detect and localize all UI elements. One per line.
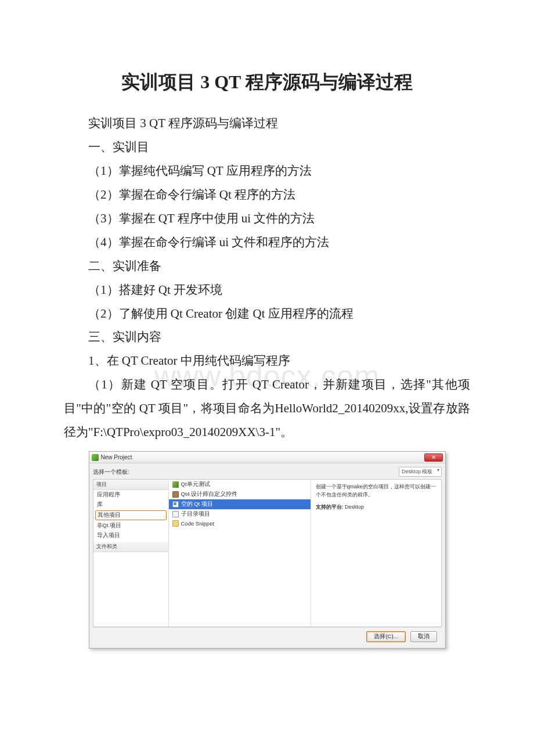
section2-item-2: （2）了解使用 Qt Creator 创建 Qt 应用程序的流程 [64,302,470,326]
template-icon [172,501,179,507]
section1-item-4: （4）掌握在命令行编译 ui 文件和程序的方法 [64,231,470,254]
folder-icon [172,520,179,527]
section2-heading: 二、实训准备 [64,254,470,278]
template-item-empty-qt[interactable]: 空的 Qt 项目 [169,499,311,509]
category-footer: 文件和类 [93,542,168,552]
template-list: Qt单元测试 Qt4 设计师自定义控件 空的 Qt 项目 子目录项目 [169,480,311,627]
template-filter-dropdown[interactable]: Desktop 模板 [399,467,442,477]
template-label: 选择一个模板: [93,468,129,476]
close-icon[interactable]: ✕ [424,453,443,462]
template-item-snippet[interactable]: Code Snippet [169,519,311,528]
page-title: 实训项目 3 QT 程序源码与编译过程 [64,70,470,95]
section1-heading: 一、实训目 [64,135,470,159]
section1-item-3: （3）掌握在 QT 程序中使用 ui 文件的方法 [64,207,470,231]
template-icon [172,491,179,498]
template-description-panel: 创建一个基于qmake的空白项目，这样您可以创建一个不包含任何类的程序。 支持的… [311,480,441,627]
template-icon [172,481,179,488]
category-item-other[interactable]: 其他项目 [95,510,167,520]
cancel-button[interactable]: 取消 [410,631,437,642]
template-label: Qt4 设计师自定义控件 [181,491,238,498]
template-label: Qt单元测试 [181,481,210,488]
new-project-dialog: New Project ✕ 选择一个模板: Desktop 模板 项目 应用程序… [89,451,446,649]
choose-button[interactable]: 选择(C)... [366,631,405,642]
dialog-title: New Project [101,454,424,460]
template-item-designer-widget[interactable]: Qt4 设计师自定义控件 [169,489,311,499]
category-item-lib[interactable]: 库 [93,500,168,510]
dialog-titlebar: New Project ✕ [89,452,445,463]
qt-icon [92,454,99,461]
section1-item-1: （1）掌握纯代码编写 QT 应用程序的方法 [64,159,470,183]
template-icon [172,511,179,517]
document-page: 实训项目 3 QT 程序源码与编译过程 实训项目 3 QT 程序源码与编译过程 … [0,0,534,672]
supported-platforms: 支持的平台: Desktop [316,503,436,511]
category-item-apps[interactable]: 应用程序 [93,490,168,500]
category-list: 项目 应用程序 库 其他项目 非Qt 项目 导入项目 文件和类 [93,480,169,627]
section1-item-2: （2）掌握在命令行编译 Qt 程序的方法 [64,183,470,207]
template-item-subdirs[interactable]: 子目录项目 [169,509,311,519]
template-description: 创建一个基于qmake的空白项目，这样您可以创建一个不包含任何类的程序。 [316,483,436,499]
section3-desc: （1）新建 QT 空项目。打开 QT Creator，并新建项目，选择"其他项目… [64,373,470,444]
template-label: Code Snippet [181,520,215,527]
section3-step1: 1、在 QT Creator 中用纯代码编写程序 [64,349,470,373]
category-item-nonqt[interactable]: 非Qt 项目 [93,521,168,531]
category-item-import[interactable]: 导入项目 [93,531,168,541]
platform-label: 支持的平台: [316,504,344,510]
platform-value: Desktop [345,504,364,510]
section2-item-1: （1）搭建好 Qt 开发环境 [64,278,470,302]
subtitle-line: 实训项目 3 QT 程序源码与编译过程 [64,111,470,135]
template-label: 空的 Qt 项目 [181,501,213,508]
section3-heading: 三、实训内容 [64,325,470,349]
category-header: 项目 [93,480,168,490]
template-item-unittest[interactable]: Qt单元测试 [169,480,311,489]
template-label: 子目录项目 [181,510,210,518]
